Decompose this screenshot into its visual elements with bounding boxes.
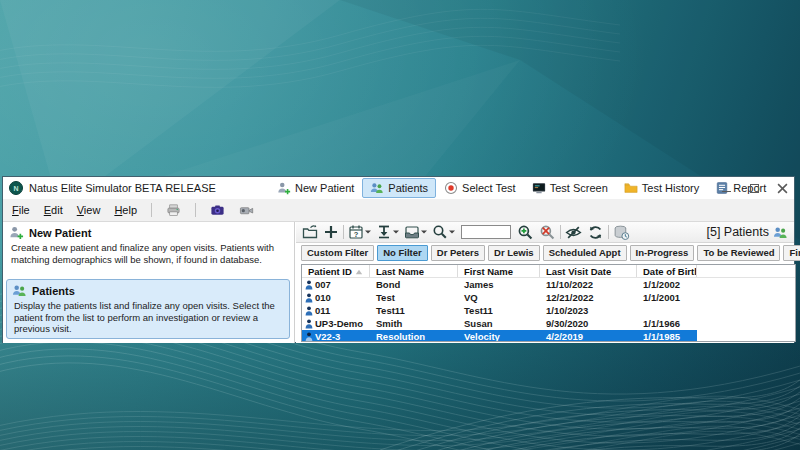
menu-help[interactable]: Help [114, 204, 137, 216]
task-title: New Patient [29, 227, 91, 239]
first-name: James [458, 279, 540, 290]
menu-file[interactable]: File [12, 204, 30, 216]
title-bar[interactable]: N Natus Elite Simulator BETA RELEASE New… [3, 177, 794, 199]
first-name: Test11 [458, 305, 540, 316]
appointment-calendar-icon: ? [348, 224, 364, 240]
task-description: Create a new patient and finalize any op… [11, 242, 286, 265]
patient-icon [305, 306, 313, 316]
camera-icon[interactable] [210, 203, 225, 218]
minimize-button[interactable] [719, 181, 733, 195]
appointment-calendar-button[interactable]: ? [347, 223, 372, 241]
new-patient-icon [9, 225, 24, 240]
menu-edit[interactable]: Edit [44, 204, 63, 216]
search-clear-button[interactable] [538, 223, 557, 242]
tab-label: Select Test [462, 182, 516, 194]
task-patients[interactable]: Patients Display the patients list and f… [6, 279, 290, 339]
archive-button[interactable] [403, 223, 428, 241]
menu-bar: File Edit View Help [3, 199, 794, 222]
patient-id: V22-3 [315, 331, 340, 342]
tab-label: Test Screen [550, 182, 608, 194]
filter-scheduled-appt[interactable]: Scheduled Appt [543, 245, 627, 261]
filter-no-filter[interactable]: No Filter [377, 245, 428, 261]
table-row[interactable]: 010 Test VQ 12/21/2022 1/1/2001 [302, 291, 697, 304]
filter-custom-filter[interactable]: Custom Filter [301, 245, 374, 261]
column-header-last-visit-date[interactable]: Last Visit Date [540, 265, 637, 277]
patient-count-text: [5] Patients [706, 225, 769, 239]
column-header-date-of-birth[interactable]: Date of Birth [637, 265, 697, 277]
refresh-button[interactable] [586, 223, 605, 242]
table-row[interactable]: 007 Bond James 11/10/2022 1/1/2002 [302, 278, 697, 291]
database-schedule-icon [613, 224, 630, 241]
tab-select-test[interactable]: Select Test [436, 178, 524, 198]
first-name: VQ [458, 292, 540, 303]
minimize-icon [722, 191, 731, 192]
chevron-down-icon [365, 230, 371, 234]
app-logo-icon: N [9, 181, 23, 195]
patient-icon [305, 332, 313, 342]
last-name: Resolution [370, 331, 458, 342]
patients-icon [773, 225, 788, 240]
column-header-first-name[interactable]: First Name [458, 265, 540, 277]
filter-dr-peters[interactable]: Dr Peters [431, 245, 485, 261]
last-name: Test11 [370, 305, 458, 316]
menu-view[interactable]: View [77, 204, 101, 216]
test-screen-icon [532, 181, 546, 195]
tab-label: Test History [642, 182, 699, 194]
filter-to-be-reviewed[interactable]: To be Reviewed [697, 245, 780, 261]
table-row[interactable]: UP3-Demo Smith Susan 9/30/2020 1/1/1966 [302, 317, 697, 330]
separator [560, 225, 561, 239]
maximize-icon [750, 184, 759, 193]
chevron-down-icon [393, 230, 399, 234]
search-input[interactable] [461, 225, 511, 239]
last-name: Smith [370, 318, 458, 329]
column-header-last-name[interactable]: Last Name [370, 265, 458, 277]
filter-in-progress[interactable]: In-Progress [630, 245, 695, 261]
import-study-icon [376, 224, 392, 240]
date-of-birth: 1/1/2001 [637, 292, 697, 303]
maximize-button[interactable] [747, 181, 761, 195]
tab-label: New Patient [295, 182, 354, 194]
open-patient-folder-button[interactable] [301, 223, 319, 241]
tab-test-screen[interactable]: Test Screen [524, 178, 616, 198]
refresh-icon [587, 224, 604, 241]
privacy-eye-button[interactable] [564, 223, 583, 242]
table-row[interactable]: 011 Test11 Test11 1/10/2023 [302, 304, 697, 317]
svg-text:?: ? [354, 230, 359, 239]
patients-table: Patient ID Last Name First Name Last Vis… [301, 264, 796, 342]
import-study-button[interactable] [375, 223, 400, 241]
new-patient-icon [277, 181, 291, 195]
filter-finalized[interactable]: Finalized [783, 245, 800, 261]
sort-ascending-icon [355, 269, 363, 275]
patient-icon [305, 319, 313, 329]
column-header-patient-id[interactable]: Patient ID [302, 265, 370, 277]
archive-icon [404, 224, 420, 240]
task-new-patient[interactable]: New Patient Create a new patient and fin… [3, 222, 294, 265]
last-visit-date: 1/10/2023 [540, 305, 637, 316]
filter-dr-lewis[interactable]: Dr Lewis [488, 245, 540, 261]
close-button[interactable] [775, 181, 789, 195]
task-description: Display the patients list and finalize a… [14, 300, 282, 335]
chevron-down-icon [449, 230, 455, 234]
print-icon[interactable] [166, 203, 181, 218]
search-options-button[interactable] [431, 223, 456, 241]
table-row-selected[interactable]: V22-3 Resolution Velocity 4/2/2019 1/1/1… [302, 330, 697, 342]
separator [195, 203, 196, 217]
add-patient-button[interactable] [322, 223, 340, 241]
database-schedule-button[interactable] [612, 223, 631, 242]
date-of-birth: 1/1/2002 [637, 279, 697, 290]
select-test-icon [444, 181, 458, 195]
tab-test-history[interactable]: Test History [616, 178, 707, 198]
video-camera-icon[interactable] [239, 203, 254, 218]
patients-panel: ? [296, 222, 794, 343]
tab-new-patient[interactable]: New Patient [269, 178, 362, 198]
search-add-button[interactable] [516, 223, 535, 242]
tab-patients[interactable]: Patients [362, 178, 436, 198]
search-options-icon [432, 224, 448, 240]
search-add-icon [517, 224, 534, 241]
last-name: Test [370, 292, 458, 303]
open-patient-folder-icon [302, 224, 318, 240]
last-visit-date: 11/10/2022 [540, 279, 637, 290]
table-header: Patient ID Last Name First Name Last Vis… [302, 265, 795, 278]
add-patient-icon [323, 224, 339, 240]
date-of-birth: 1/1/1966 [637, 318, 697, 329]
